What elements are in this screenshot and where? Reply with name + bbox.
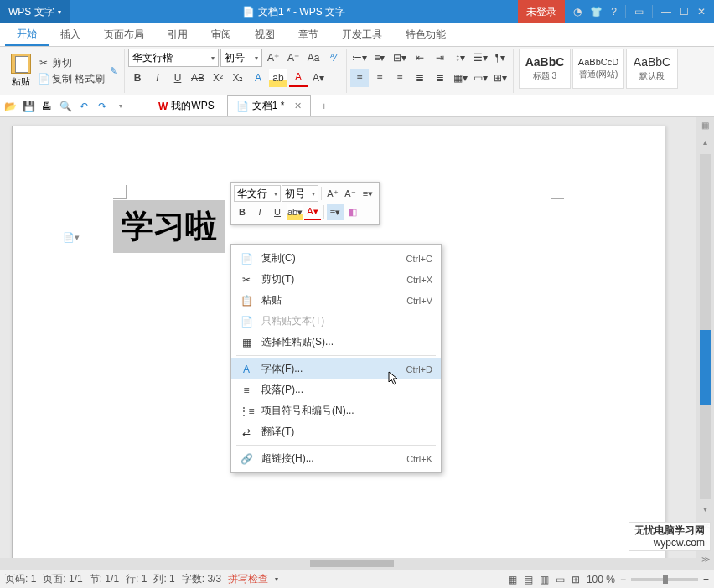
shirt-icon[interactable]: 👕 [590, 6, 603, 18]
align-center-button[interactable]: ≡ [370, 69, 389, 87]
grow-font-button[interactable]: A⁺ [264, 49, 282, 67]
vertical-scrollbar[interactable] [700, 154, 711, 499]
skin-icon[interactable]: ◔ [573, 6, 582, 18]
bullets-button[interactable]: ≔▾ [350, 49, 369, 67]
show-marks-button[interactable]: ¶▾ [491, 49, 510, 67]
tab-reference[interactable]: 引用 [156, 23, 199, 46]
view-outline-icon[interactable]: ▥ [540, 574, 549, 585]
undo-icon[interactable]: ↶ [77, 100, 91, 113]
horizontal-scrollbar[interactable] [0, 558, 696, 570]
style-item[interactable]: AaBbC标题 3 [519, 49, 571, 89]
paste-button[interactable]: 粘贴 [7, 54, 35, 88]
align-right-button[interactable]: ≡ [391, 69, 409, 87]
ctx-cut[interactable]: ✂剪切(T)Ctrl+X [231, 269, 441, 290]
line-spacing-button[interactable]: ↕▾ [451, 49, 469, 67]
mini-shrink-font[interactable]: A⁻ [342, 185, 359, 202]
my-wps-tab[interactable]: W 我的WPS [149, 95, 224, 116]
clear-format-button[interactable]: ᴬ⁄ [324, 49, 343, 67]
superscript-button[interactable]: X² [209, 69, 227, 87]
scroll-thumb[interactable] [310, 560, 394, 567]
dropdown-icon[interactable]: ▾ [275, 575, 278, 583]
status-page-no[interactable]: 页码: 1 [5, 572, 36, 586]
highlight-button[interactable]: ab [269, 69, 287, 87]
copy-button[interactable]: 📄复制 格式刷 [35, 71, 107, 87]
mini-highlight[interactable]: ab▾ [287, 204, 303, 220]
zoom-out-button[interactable]: − [620, 574, 626, 585]
redo-icon[interactable]: ↷ [96, 100, 109, 113]
shrink-font-button[interactable]: A⁻ [284, 49, 303, 67]
status-page[interactable]: 页面: 1/1 [43, 572, 82, 586]
chevron-up-icon[interactable]: ▴ [700, 137, 711, 149]
ctx-copy[interactable]: 📄复制(C)Ctrl+C [231, 248, 441, 269]
zoom-slider[interactable] [631, 578, 698, 581]
next-page-icon[interactable]: ≫ [700, 554, 711, 566]
increase-indent-button[interactable]: ⇥ [431, 49, 449, 67]
mini-indent-button[interactable]: ≡▾ [360, 185, 376, 202]
brush-icon[interactable]: ✎ [107, 65, 121, 77]
help-icon[interactable]: ? [611, 6, 617, 18]
close-tab-icon[interactable]: ✕ [294, 101, 302, 111]
more-icon[interactable]: ▾ [114, 100, 127, 113]
style-item[interactable]: AaBbC默认段 [626, 49, 678, 89]
ctx-paragraph[interactable]: ≡段落(P)... [231, 379, 441, 400]
decrease-indent-button[interactable]: ⇤ [411, 49, 429, 67]
chevron-down-icon[interactable]: ▾ [700, 504, 711, 516]
collapse-ribbon-icon[interactable]: ▭ [634, 6, 644, 18]
font-color-button[interactable]: A [289, 69, 308, 87]
sort-button[interactable]: ☰▾ [471, 49, 489, 67]
align-justify-button[interactable]: ≣ [411, 69, 429, 87]
mini-size-select[interactable]: 初号▾ [282, 185, 318, 202]
subscript-button[interactable]: X₂ [229, 69, 247, 87]
ctx-hyperlink[interactable]: 🔗超链接(H)...Ctrl+K [231, 448, 441, 469]
numbering-button[interactable]: ≡▾ [370, 49, 389, 67]
ctx-bullets[interactable]: ⋮≡项目符号和编号(N)... [231, 400, 441, 421]
close-icon[interactable]: ✕ [697, 6, 706, 18]
cut-button[interactable]: ✂剪切 [35, 55, 107, 71]
style-item[interactable]: AaBbCcD普通(网站) [572, 49, 624, 89]
view-web-icon[interactable]: ▤ [524, 574, 533, 585]
ctx-translate[interactable]: ⇄翻译(T) [231, 421, 441, 442]
view-print-icon[interactable]: ▦ [508, 574, 517, 585]
save-icon[interactable]: 💾 [22, 100, 35, 113]
tab-features[interactable]: 特色功能 [394, 23, 458, 46]
nav-icon[interactable]: ▦ [700, 121, 711, 132]
minimize-icon[interactable]: — [661, 6, 671, 18]
font-name-select[interactable]: 华文行楷▾ [128, 49, 219, 67]
view-read-icon[interactable]: ▭ [556, 574, 565, 585]
view-full-icon[interactable]: ⊞ [572, 574, 580, 585]
mini-eraser[interactable]: ◧ [344, 204, 361, 220]
tab-view[interactable]: 视图 [243, 23, 287, 46]
multilevel-button[interactable]: ⊟▾ [391, 49, 409, 67]
tab-dev[interactable]: 开发工具 [330, 23, 394, 46]
mini-italic[interactable]: I [251, 204, 268, 220]
tab-home[interactable]: 开始 [5, 23, 49, 46]
tab-layout[interactable]: 页面布局 [92, 23, 156, 46]
status-spellcheck[interactable]: 拼写检查 [228, 572, 268, 586]
mini-font-select[interactable]: 华文行▾ [234, 185, 281, 202]
mini-underline[interactable]: U [269, 204, 286, 220]
char-shading-button[interactable]: A▾ [309, 69, 328, 87]
tab-review[interactable]: 审阅 [199, 23, 243, 46]
page[interactable]: 📄▾ 学习啦 华文行▾ 初号▾ A⁺ A⁻ ≡▾ B I U ab▾ A▾ [12, 126, 665, 561]
underline-button[interactable]: U [168, 69, 187, 87]
tab-button[interactable]: ⊞▾ [491, 69, 510, 87]
border-button[interactable]: ▭▾ [471, 69, 489, 87]
ctx-font[interactable]: A字体(F)...Ctrl+D [231, 358, 441, 379]
maximize-icon[interactable]: ☐ [680, 6, 689, 18]
open-icon[interactable]: 📂 [3, 100, 17, 113]
doc-tab[interactable]: 📄 文档1 * ✕ [227, 95, 312, 116]
strike-button[interactable]: AB [189, 69, 207, 87]
change-case-button[interactable]: Aa [304, 49, 323, 67]
mini-grow-font[interactable]: A⁺ [324, 185, 341, 202]
print-preview-icon[interactable]: 🔍 [59, 100, 72, 113]
mini-font-color[interactable]: A▾ [304, 204, 321, 220]
ctx-paste[interactable]: 📋粘贴Ctrl+V [231, 290, 441, 311]
tab-chapter[interactable]: 章节 [287, 23, 330, 46]
align-left-button[interactable]: ≡ [350, 69, 369, 87]
print-icon[interactable]: 🖶 [40, 100, 54, 113]
scroll-thumb[interactable] [700, 330, 711, 405]
status-section[interactable]: 节: 1/1 [90, 572, 119, 586]
ctx-paste-special[interactable]: ▦选择性粘贴(S)... [231, 332, 441, 353]
mini-align[interactable]: ≡▾ [327, 204, 344, 220]
shading-button[interactable]: ▦▾ [451, 69, 469, 87]
